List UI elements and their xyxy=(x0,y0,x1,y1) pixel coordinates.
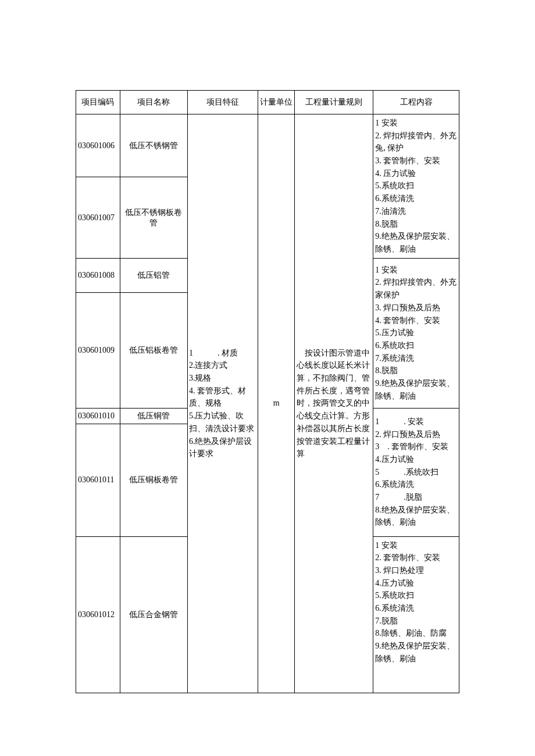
cell-code: 030601012 xyxy=(76,536,120,693)
cell-name: 低压不锈钢管 xyxy=(120,114,187,177)
content-line: 6.系统吹扫 xyxy=(375,339,457,352)
cell-name: 低压合金钢管 xyxy=(120,536,187,693)
content-line: 2. 焊扣焊接管内、外充兔, 保护 xyxy=(375,130,457,155)
cell-content-b: 1 安装 2. 焊扣焊接管内、外充家保护 3. 焊口预热及后热 4. 套管制作、… xyxy=(373,258,459,408)
cell-code: 030601010 xyxy=(76,408,120,424)
cell-content-a: 1 安装 2. 焊扣焊接管内、外充兔, 保护 3. 套管制作、安装 4. 压力试… xyxy=(373,114,459,259)
content-line: 6.系统清洗 xyxy=(375,192,457,205)
content-line: 9.绝热及保护层安装、除锈、刷油 xyxy=(375,377,457,402)
content-line: 7 .脱脂 xyxy=(375,491,457,504)
cell-rule: 按设计图示管道中心线长度以延长米计算，不扣除阀门、管件所占长度，遇弯管时，按两管… xyxy=(295,114,373,693)
content-line: 3. 焊口热处理 xyxy=(375,564,457,577)
cell-name: 低压不锈钢板卷管 xyxy=(120,177,187,258)
content-line: 5.系统吹扫 xyxy=(375,589,457,602)
header-name: 项目名称 xyxy=(120,91,187,114)
table-header-row: 项目编码 项目名称 项目特征 计量单位 工程量计量规则 工程内容 xyxy=(76,91,459,114)
content-line: 1 安装 xyxy=(375,264,457,277)
table-row: 030601006 低压不锈钢管 1 . 材质 2.连接方式 3.规格 4. 套… xyxy=(76,114,459,177)
content-line: 7.油清洗 xyxy=(375,205,457,218)
feature-line: 5.压力试验、吹扫、清洗设计要求 xyxy=(189,410,256,435)
content-line: 4.压力试验 xyxy=(375,577,457,590)
header-content: 工程内容 xyxy=(373,91,459,114)
content-line: 4. 压力试验 xyxy=(375,167,457,180)
content-line: 7.脱脂 xyxy=(375,615,457,628)
cell-code: 030601009 xyxy=(76,292,120,408)
spec-table: 项目编码 项目名称 项目特征 计量单位 工程量计量规则 工程内容 0306010… xyxy=(76,90,459,693)
cell-code: 030601011 xyxy=(76,424,120,536)
cell-name: 低压铜板卷管 xyxy=(120,424,187,536)
feature-line: 1 . 材质 xyxy=(189,347,256,360)
content-line: 7.系统清洗 xyxy=(375,352,457,365)
content-line: 6.系统清洗 xyxy=(375,478,457,491)
content-line: 1 安装 xyxy=(375,117,457,130)
cell-code: 030601008 xyxy=(76,258,120,292)
cell-unit: m xyxy=(258,114,295,693)
content-line: 8.绝热及保护层安装、除锈、刷油 xyxy=(375,504,457,529)
cell-name: 低压铝管 xyxy=(120,258,187,292)
feature-line: 3.规格 xyxy=(189,372,256,385)
content-line: 9.绝热及保护层安装、除锈、刷油 xyxy=(375,230,457,255)
header-unit: 计量单位 xyxy=(258,91,295,114)
cell-feature: 1 . 材质 2.连接方式 3.规格 4. 套管形式、材质、规格 5.压力试验、… xyxy=(187,114,258,693)
feature-line: 2.连接方式 xyxy=(189,359,256,372)
content-line: 4.压力试验 xyxy=(375,453,457,466)
feature-line: 6.绝热及保护层设计要求 xyxy=(189,435,256,460)
content-line: 8.脱脂 xyxy=(375,364,457,377)
content-line: 5.压力试验 xyxy=(375,327,457,339)
cell-content-d: 1 安装 2. 套管制作、安装 3. 焊口热处理 4.压力试验 5.系统吹扫 6… xyxy=(373,536,459,693)
content-line: 3. 焊口预热及后热 xyxy=(375,302,457,314)
header-code: 项目编码 xyxy=(76,91,120,114)
content-line: 1 安装 xyxy=(375,539,457,552)
cell-code: 030601007 xyxy=(76,177,120,258)
content-line: 3. 套管制作、安装 xyxy=(375,155,457,167)
content-line: 1 . 安装 xyxy=(375,415,457,428)
content-line: 2. 焊扣焊接管内、外充家保护 xyxy=(375,276,457,301)
content-line: 4. 套管制作、安装 xyxy=(375,314,457,327)
content-line: 5.系统吹扫 xyxy=(375,180,457,192)
content-line: 8.脱脂 xyxy=(375,218,457,231)
content-line: 5 .系统吹扫 xyxy=(375,466,457,479)
content-line: 8.除锈、刷油、防腐 xyxy=(375,627,457,640)
content-line: 6.系统清洗 xyxy=(375,602,457,615)
cell-code: 030601006 xyxy=(76,114,120,177)
content-line: 3 . 套管制作、安装 xyxy=(375,440,457,453)
cell-name: 低压铝板卷管 xyxy=(120,292,187,408)
content-line: 2. 焊口预热及后热 xyxy=(375,428,457,441)
cell-name: 低压铜管 xyxy=(120,408,187,424)
header-feature: 项目特征 xyxy=(187,91,258,114)
content-line: 9.绝热及保护层安装、除锈、刷油 xyxy=(375,640,457,665)
feature-line: 4. 套管形式、材质、规格 xyxy=(189,385,256,410)
cell-content-c: 1 . 安装 2. 焊口预热及后热 3 . 套管制作、安装 4.压力试验 5 .… xyxy=(373,408,459,536)
header-rule: 工程量计量规则 xyxy=(295,91,373,114)
content-line: 2. 套管制作、安装 xyxy=(375,551,457,564)
